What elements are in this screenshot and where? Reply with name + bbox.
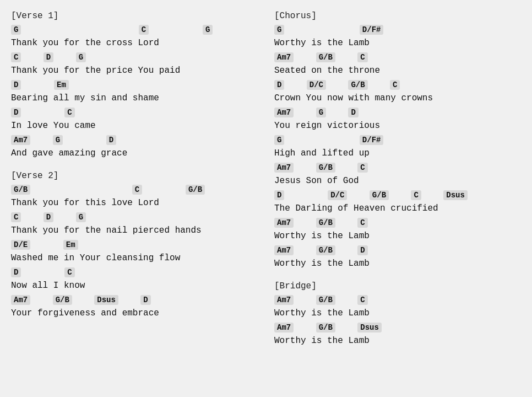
line-group: D/E EmWashed me in Your cleansing flow bbox=[11, 238, 258, 265]
section-chorus: [Chorus]G D/F#Worthy is the LambAm7 G/B … bbox=[274, 11, 521, 271]
chord-badge: Em bbox=[63, 240, 78, 250]
chord-badge: G bbox=[53, 135, 63, 145]
section-bridge: [Bridge]Am7 G/B CWorthy is the LambAm7 G… bbox=[274, 281, 521, 348]
lyric-line: Washed me in Your cleansing flow bbox=[11, 251, 258, 265]
lyric-line: Your forgiveness and embrace bbox=[11, 307, 258, 320]
lyric-line: And gave amazing grace bbox=[11, 147, 258, 160]
line-group: C D GThank you for the nail pierced hand… bbox=[11, 211, 258, 237]
chord-badge: G/B bbox=[316, 295, 335, 305]
chord-badge: D bbox=[348, 108, 358, 117]
chord-badge: Am7 bbox=[274, 52, 294, 62]
right-column: [Chorus]G D/F#Worthy is the LambAm7 G/B … bbox=[274, 11, 521, 386]
chord-badge: G bbox=[316, 108, 326, 117]
line-group: Am7 G DYou reign victorious bbox=[274, 106, 521, 132]
chord-badge: D/F# bbox=[360, 25, 384, 35]
chord-badge: D bbox=[140, 295, 150, 305]
chord-badge: G/B bbox=[370, 190, 389, 200]
chord-badge: Dsus bbox=[94, 295, 118, 305]
chord-badge: G/B bbox=[316, 163, 335, 173]
lyric-line: Jesus Son of God bbox=[274, 174, 521, 187]
chord-badge: D bbox=[11, 108, 21, 117]
lyric-line: Thank you for the cross Lord bbox=[11, 36, 258, 50]
line-group: G/B C G/BThank you for this love Lord bbox=[11, 183, 258, 210]
chord-badge: D bbox=[44, 52, 53, 62]
chord-badge: D bbox=[11, 80, 21, 90]
chord-badge: C bbox=[390, 80, 400, 90]
line-group: Am7 G DAnd gave amazing grace bbox=[11, 133, 258, 160]
chord-badge: C bbox=[11, 212, 21, 222]
left-column: [Verse 1]G C GThank you for the cross Lo… bbox=[11, 11, 258, 386]
chord-badge: G/B bbox=[316, 245, 335, 255]
line-group: Am7 G/B CWorthy is the Lamb bbox=[274, 216, 521, 243]
chord-badge: Dsus bbox=[357, 323, 382, 332]
section-verse2: [Verse 2]G/B C G/BThank you for this lov… bbox=[11, 171, 258, 321]
lyric-line: High and lifted up bbox=[274, 147, 521, 160]
lyric-line: Worthy is the Lamb bbox=[274, 307, 521, 320]
section-label: [Verse 2] bbox=[11, 171, 258, 181]
lyric-line: Now all I know bbox=[11, 279, 258, 292]
chord-badge: G/B bbox=[316, 218, 335, 228]
lyric-line: Crown You now with many crowns bbox=[274, 92, 521, 105]
lyric-line: Seated on the throne bbox=[274, 64, 521, 77]
line-group: Am7 G/B CSeated on the throne bbox=[274, 51, 521, 77]
line-group: G C GThank you for the cross Lord bbox=[11, 23, 258, 50]
chord-badge: G/B bbox=[11, 185, 30, 195]
chord-badge: D bbox=[274, 80, 284, 90]
chord-badge: C bbox=[411, 190, 421, 200]
line-group: Am7 G/B DWorthy is the Lamb bbox=[274, 244, 521, 270]
chord-badge: D bbox=[357, 245, 367, 255]
line-group: Am7 G/B DsusWorthy is the Lamb bbox=[274, 321, 521, 347]
chord-badge: Am7 bbox=[274, 108, 294, 117]
lyric-line: Thank you for the price You paid bbox=[11, 64, 258, 77]
chord-badge: G bbox=[203, 25, 213, 35]
chord-badge: Am7 bbox=[274, 218, 294, 228]
chord-badge: G bbox=[274, 25, 284, 35]
chord-badge: D bbox=[44, 212, 53, 222]
chord-badge: C bbox=[357, 163, 367, 173]
line-group: Am7 G/B Dsus DYour forgiveness and embra… bbox=[11, 293, 258, 320]
chord-badge: Am7 bbox=[11, 135, 30, 145]
chord-badge: D/E bbox=[11, 240, 30, 250]
chord-badge: C bbox=[139, 25, 149, 35]
line-group: D EmBearing all my sin and shame bbox=[11, 78, 258, 105]
chord-badge: Am7 bbox=[274, 295, 294, 305]
chord-badge: G/B bbox=[53, 295, 72, 305]
chord-badge: D bbox=[106, 135, 116, 145]
section-label: [Chorus] bbox=[274, 11, 521, 21]
lyric-line: Worthy is the Lamb bbox=[274, 36, 521, 50]
chord-badge: C bbox=[357, 295, 367, 305]
chord-badge: G bbox=[274, 135, 284, 145]
line-group: Am7 G/B CJesus Son of God bbox=[274, 161, 521, 187]
lyric-line: Thank you for the nail pierced hands bbox=[11, 224, 258, 237]
lyric-line: In love You came bbox=[11, 119, 258, 132]
line-group: D D/C G/B CCrown You now with many crown… bbox=[274, 78, 521, 105]
line-group: Am7 G/B CWorthy is the Lamb bbox=[274, 293, 521, 320]
line-group: G D/F#High and lifted up bbox=[274, 133, 521, 160]
chord-badge: G/B bbox=[316, 52, 335, 62]
section-label: [Bridge] bbox=[274, 281, 521, 291]
lyric-line: Worthy is the Lamb bbox=[274, 334, 521, 347]
chord-badge: C bbox=[64, 108, 74, 117]
chord-badge: C bbox=[357, 52, 367, 62]
chord-badge: Am7 bbox=[274, 163, 294, 173]
lyric-line: Bearing all my sin and shame bbox=[11, 92, 258, 105]
lyric-line: You reign victorious bbox=[274, 119, 521, 132]
section-label: [Verse 1] bbox=[11, 11, 258, 21]
line-group: C D GThank you for the price You paid bbox=[11, 51, 258, 77]
chord-badge: Am7 bbox=[11, 295, 30, 305]
line-group: D CIn love You came bbox=[11, 106, 258, 132]
chord-badge: G/B bbox=[316, 323, 335, 332]
chord-badge: Am7 bbox=[274, 245, 294, 255]
chord-badge: Em bbox=[54, 80, 69, 90]
lyric-line: Worthy is the Lamb bbox=[274, 257, 521, 270]
lyric-line: The Darling of Heaven crucified bbox=[274, 202, 521, 215]
chord-badge: D bbox=[11, 267, 21, 277]
chord-badge: G bbox=[11, 25, 21, 35]
chord-badge: C bbox=[64, 267, 74, 277]
chord-badge: Am7 bbox=[274, 323, 294, 332]
chord-badge: D/F# bbox=[360, 135, 384, 145]
chord-badge: C bbox=[132, 185, 142, 195]
chord-badge: G/B bbox=[348, 80, 367, 90]
chord-badge: C bbox=[357, 218, 367, 228]
line-group: G D/F#Worthy is the Lamb bbox=[274, 23, 521, 50]
